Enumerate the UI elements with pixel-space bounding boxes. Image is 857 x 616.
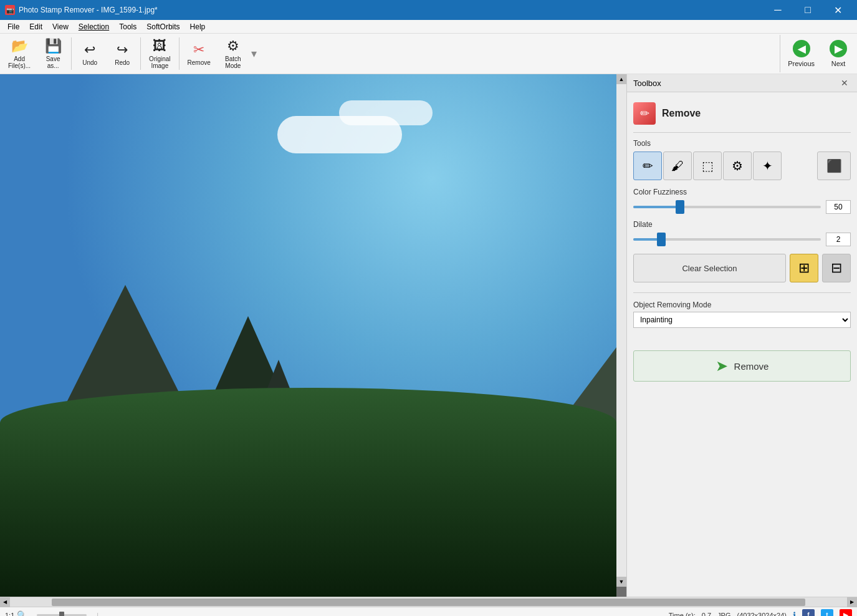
zoom-level: 1:1 xyxy=(5,612,14,617)
minimize-button[interactable]: ─ xyxy=(764,0,792,20)
stamp-tool[interactable]: ⬛ xyxy=(817,152,851,180)
menu-tools[interactable]: Tools xyxy=(114,21,141,33)
undo-label: Undo xyxy=(82,59,97,66)
batch-mode-label: BatchMode xyxy=(225,55,241,69)
original-image-label: OriginalImage xyxy=(149,55,170,69)
settings-tool[interactable]: ⚙ xyxy=(723,152,752,180)
next-button[interactable]: ▶ Next xyxy=(822,35,855,72)
scroll-right-arrow[interactable]: ▶ xyxy=(847,597,857,607)
toolbox-title: Toolbox xyxy=(633,79,661,88)
remove-arrow-icon: ➤ xyxy=(716,357,728,375)
toolbar-separator-3 xyxy=(179,37,180,70)
object-removing-mode-section: Object Removing Mode Inpainting Smart Fi… xyxy=(633,301,851,328)
window-controls[interactable]: ─ □ ✕ xyxy=(764,0,852,20)
fill-tool[interactable]: 🖌 xyxy=(663,152,692,180)
original-image-button[interactable]: 🖼 OriginalImage xyxy=(143,35,176,72)
rect-select-tool[interactable]: ⬚ xyxy=(693,152,722,180)
time-label: Time (s): xyxy=(669,612,696,617)
color-fuzziness-section: Color Fuzziness 50 xyxy=(633,188,851,214)
close-button[interactable]: ✕ xyxy=(823,0,852,20)
divider xyxy=(633,292,851,293)
foreground-vegetation xyxy=(0,388,616,597)
remove-toolbar-icon: ✂ xyxy=(193,42,204,58)
save-as-icon: 💾 xyxy=(45,38,62,54)
undo-icon: ↩ xyxy=(84,42,95,58)
add-files-button[interactable]: 📂 AddFile(s)... xyxy=(2,35,36,72)
expand-icon[interactable]: ▾ xyxy=(250,47,257,60)
dilate-track[interactable] xyxy=(633,238,821,241)
format-label: JPG xyxy=(717,612,730,617)
vertical-scroll-track[interactable] xyxy=(616,84,626,577)
cloud-2 xyxy=(339,100,433,125)
toolbox-close-button[interactable]: ✕ xyxy=(838,78,851,88)
remove-btn-label: Remove xyxy=(734,361,769,372)
next-circle: ▶ xyxy=(830,40,847,57)
facebook-icon[interactable]: f xyxy=(802,609,815,617)
scroll-up-arrow[interactable]: ▲ xyxy=(616,74,626,84)
image-view[interactable] xyxy=(0,74,616,597)
magic-tool[interactable]: ✦ xyxy=(753,152,782,180)
toolbar: 📂 AddFile(s)... 💾 Saveas... ↩ Undo ↪ Red… xyxy=(0,34,857,74)
color-fuzziness-thumb[interactable] xyxy=(676,200,684,214)
next-label: Next xyxy=(831,60,846,67)
youtube-icon[interactable]: ▶ xyxy=(840,609,852,617)
redo-icon: ↪ xyxy=(117,42,128,58)
menu-selection[interactable]: Selection xyxy=(74,21,114,33)
toolbox-panel: Toolbox ✕ ✏ Remove Tools ✏ 🖌 ⬚ ⚙ ✦ ⬛ C xyxy=(626,74,857,597)
remove-toolbar-label: Remove xyxy=(188,59,211,66)
menu-file[interactable]: File xyxy=(2,21,24,33)
menu-bar: File Edit View Selection Tools SoftOrbit… xyxy=(0,20,857,34)
twitter-icon[interactable]: t xyxy=(821,609,833,617)
dilate-value[interactable]: 2 xyxy=(826,233,851,246)
selection-mode-button-1[interactable]: ⊞ xyxy=(790,254,818,282)
app-title: Photo Stamp Remover - IMG_1599-1.jpg* xyxy=(19,6,158,14)
dilate-thumb[interactable] xyxy=(657,233,666,246)
menu-edit[interactable]: Edit xyxy=(24,21,47,33)
color-fuzziness-fill xyxy=(633,206,680,208)
previous-label: Previous xyxy=(788,60,815,67)
remove-button[interactable]: ✂ Remove xyxy=(182,35,216,72)
toolbar-separator-1 xyxy=(71,37,72,70)
orm-label: Object Removing Mode xyxy=(633,301,851,309)
zoom-thumb[interactable] xyxy=(59,612,64,617)
mode-btn-1-icon: ⊞ xyxy=(798,260,810,276)
status-right: Time (s): 0.7 JPG (4032x3024x24) ℹ f t ▶ xyxy=(669,609,852,617)
menu-help[interactable]: Help xyxy=(185,21,211,33)
remove-action-button[interactable]: ➤ Remove xyxy=(633,350,851,382)
clear-selection-button[interactable]: Clear Selection xyxy=(633,254,786,282)
menu-softorbits[interactable]: SoftOrbits xyxy=(141,21,184,33)
batch-mode-button[interactable]: ⚙ BatchMode xyxy=(218,35,249,72)
previous-button[interactable]: ◀ Previous xyxy=(780,35,822,72)
color-fuzziness-value[interactable]: 50 xyxy=(826,200,851,214)
redo-button[interactable]: ↪ Redo xyxy=(107,35,138,72)
toolbox-header: Toolbox ✕ xyxy=(627,74,857,92)
scroll-down-arrow[interactable]: ▼ xyxy=(616,577,626,587)
scroll-left-arrow[interactable]: ◀ xyxy=(0,597,10,607)
color-fuzziness-track[interactable] xyxy=(633,206,821,208)
horizontal-scrollbar[interactable]: ◀ ▶ xyxy=(0,597,857,607)
canvas-area[interactable]: ▲ ▼ xyxy=(0,74,626,597)
nav-area: ◀ Previous ▶ Next xyxy=(780,35,855,72)
image-canvas[interactable] xyxy=(0,74,616,597)
batch-mode-icon: ⚙ xyxy=(227,38,239,54)
maximize-button[interactable]: □ xyxy=(793,0,822,20)
add-files-icon: 📂 xyxy=(11,38,28,54)
status-sep-1: | xyxy=(97,612,98,617)
toolbar-separator-2 xyxy=(140,37,141,70)
redo-label: Redo xyxy=(115,59,130,66)
pencil-tool[interactable]: ✏ xyxy=(633,152,662,180)
mode-btn-2-icon: ⊟ xyxy=(831,260,842,276)
info-icon[interactable]: ℹ xyxy=(793,610,796,617)
color-fuzziness-label: Color Fuzziness xyxy=(633,188,851,196)
tools-row: ✏ 🖌 ⬚ ⚙ ✦ ⬛ xyxy=(633,152,851,180)
menu-view[interactable]: View xyxy=(47,21,74,33)
undo-button[interactable]: ↩ Undo xyxy=(74,35,105,72)
dilate-row: 2 xyxy=(633,233,851,246)
horizontal-scroll-track[interactable] xyxy=(10,597,847,607)
selection-mode-button-2[interactable]: ⊟ xyxy=(822,254,851,282)
dimensions-label: (4032x3024x24) xyxy=(737,612,787,617)
horizontal-scroll-thumb[interactable] xyxy=(52,599,805,606)
save-as-button[interactable]: 💾 Saveas... xyxy=(37,35,69,72)
zoom-icon: 🔍 xyxy=(17,610,27,616)
orm-select[interactable]: Inpainting Smart Fill Clone xyxy=(633,312,851,328)
